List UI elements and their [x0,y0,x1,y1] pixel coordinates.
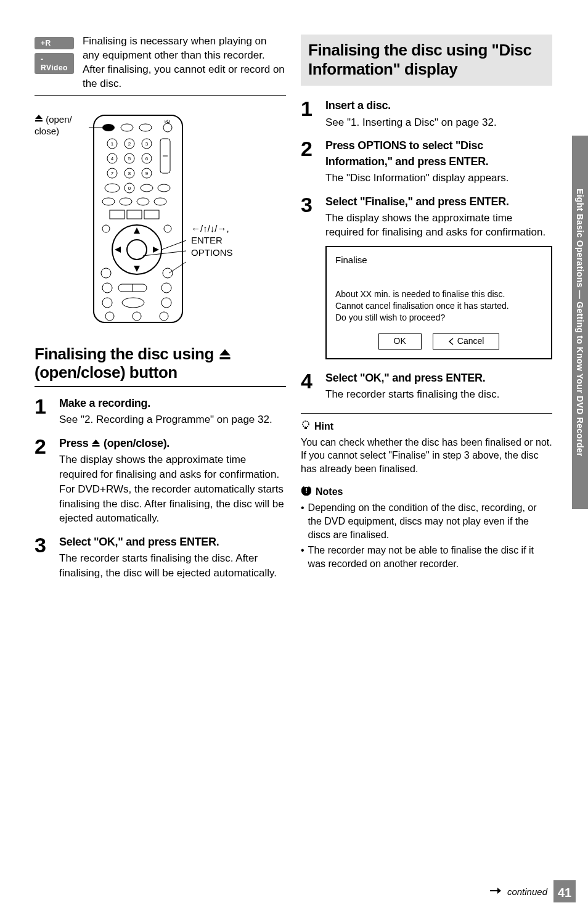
finalise-dialog: Finalise About XX min. is needed to fina… [325,246,552,359]
step-body-text: The "Disc Information" display appears. [325,171,552,186]
right-step-4: 4 Select "OK," and press ENTER. The reco… [301,370,552,402]
svg-text:7: 7 [111,171,114,176]
step-number: 1 [301,98,316,129]
svg-text:|/⏻: |/⏻ [164,120,169,123]
options-label: OPTIONS [191,247,233,258]
remote-diagram: (open/ close) |/⏻ 1 2 3 4 5 6 [35,114,286,324]
step2-suffix: (open/close). [100,437,169,449]
format-badges: +R -RVideo [35,37,74,91]
dialog-line3: Do you still wish to proceed? [335,313,445,322]
notes-label: Notes [316,486,343,497]
svg-marker-76 [497,888,501,894]
svg-text:5: 5 [128,156,131,162]
chapter-side-tab: Eight Basic Operations — Getting to Know… [572,136,588,509]
svg-text:3: 3 [145,141,149,147]
eject-icon [218,345,232,364]
svg-text:0: 0 [128,186,131,191]
svg-rect-67 [92,445,100,447]
eject-label-open: (open/ [46,114,72,125]
svg-text:!: ! [305,487,308,494]
heading-suffix: (open/close) button [35,363,178,382]
step-title: Select "OK," and press ENTER. [59,534,286,550]
svg-rect-1 [35,120,43,121]
eject-callout: (open/ close) [35,114,83,137]
notes-header: ! Notes [301,485,552,499]
step-number: 3 [35,534,49,581]
svg-rect-69 [304,427,307,429]
svg-text:6: 6 [145,156,149,162]
step-body-text: The recorder starts finalising the disc.… [59,551,286,581]
cancel-label: Cancel [457,335,484,348]
heading-prefix: Finalising the disc using [35,345,218,363]
intro-line2: After finalising, you cannot edit or rec… [83,63,285,89]
step-title: Press (open/close). [59,436,286,451]
note-text: Depending on the condition of the disc, … [308,501,552,541]
step-number: 2 [35,436,49,526]
badge-plus-r: +R [35,37,74,49]
heading-rule [35,386,286,387]
svg-text:4: 4 [111,156,114,162]
page-footer: continued 41 [490,880,576,902]
svg-marker-64 [219,349,230,355]
step-title: Make a recording. [59,396,286,411]
warning-icon: ! [301,485,312,499]
intro-block: +R -RVideo Finalising is necessary when … [35,35,286,96]
step-body-text: See "2. Recording a Programme" on page 3… [59,412,286,427]
dialog-message: About XX min. is needed to finalise this… [335,288,542,324]
note-item: The recorder may not be able to finalise… [301,544,552,570]
right-column: Finalising the disc using "Disc Informat… [301,35,562,589]
right-step-3: 3 Select "Finalise," and press ENTER. Th… [301,194,552,359]
dialog-ok-button[interactable]: OK [378,333,422,350]
step-body-text: The recorder starts finalising the disc. [325,387,552,402]
eject-icon [35,114,43,126]
dialog-line2: Cannot cancel finalisation once it has s… [335,301,509,311]
step-title: Select "OK," and press ENTER. [325,370,552,386]
hint-header: Hint [301,420,552,433]
step-body-text: The display shows the approximate time r… [59,452,286,526]
dialog-line1: About XX min. is needed to finalise this… [335,289,505,299]
step-number: 3 [301,194,316,359]
step-number: 2 [301,138,316,185]
step-title: Insert a disc. [325,98,552,113]
note-item: Depending on the condition of the disc, … [301,501,552,541]
remote-annotations: ←/↑/↓/→, ENTER OPTIONS [191,223,233,259]
step2-prefix: Press [59,437,91,449]
arrow-keys-label: ←/↑/↓/→, [191,223,229,234]
step-body-text: The display shows the approximate time r… [325,211,552,240]
svg-rect-65 [219,357,230,359]
lightbulb-icon [301,420,311,433]
svg-text:1: 1 [111,141,114,147]
dialog-title: Finalise [335,253,542,266]
right-step-1: 1 Insert a disc. See "1. Inserting a Dis… [301,98,552,129]
left-step-3: 3 Select "OK," and press ENTER. The reco… [35,534,286,581]
left-step-2: 2 Press (open/close). The display shows … [35,436,286,526]
left-section-heading: Finalising the disc using (open/close) b… [35,345,286,382]
remote-illustration: |/⏻ 1 2 3 4 5 6 7 8 9 0 [89,114,187,324]
intro-line1: Finalising is necessary when playing on … [83,35,267,61]
enter-label: ENTER [191,235,223,245]
dialog-cancel-button[interactable]: Cancel [433,333,500,350]
right-section-heading: Finalising the disc using "Disc Informat… [301,35,552,86]
step-number: 1 [35,396,49,427]
eject-label-close: close) [35,126,59,136]
step-number: 4 [301,370,316,402]
continued-label: continued [507,886,547,897]
badge-minus-rvideo: -RVideo [35,53,74,74]
notes-list: Depending on the condition of the disc, … [301,501,552,570]
svg-text:2: 2 [128,141,131,147]
left-step-1: 1 Make a recording. See "2. Recording a … [35,396,286,427]
chevron-left-icon [448,338,454,345]
arrow-right-icon [490,886,501,897]
svg-text:8: 8 [128,171,131,176]
right-step-2: 2 Press OPTIONS to select "Disc Informat… [301,138,552,185]
left-column: +R -RVideo Finalising is necessary when … [35,35,286,589]
svg-marker-0 [35,115,43,119]
svg-point-3 [102,124,115,131]
eject-icon [91,436,100,451]
step-body-text: See "1. Inserting a Disc" on page 32. [325,115,552,130]
step-title: Select "Finalise," and press ENTER. [325,194,552,210]
svg-text:9: 9 [145,171,149,176]
page-number: 41 [553,880,576,902]
section-divider [301,413,552,414]
svg-point-68 [303,421,309,427]
